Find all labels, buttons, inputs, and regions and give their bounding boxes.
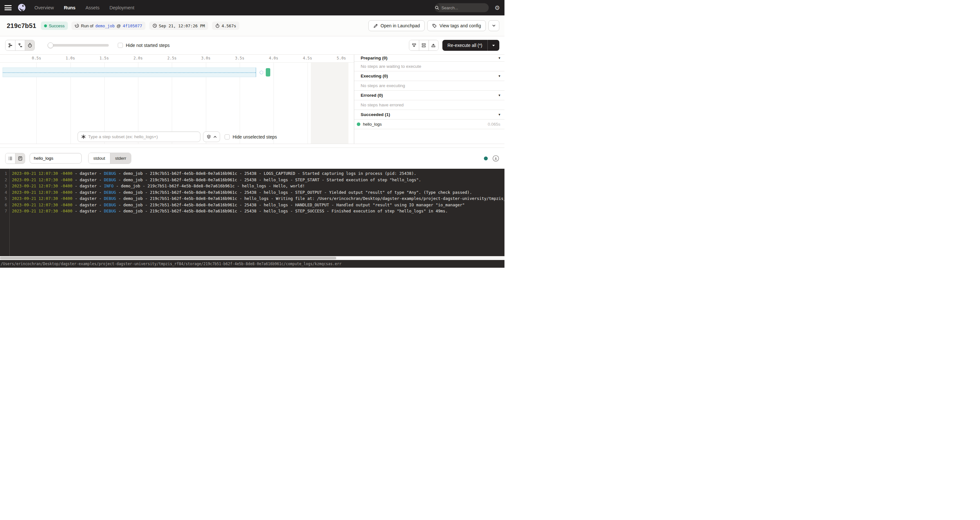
axis-tick-label: 2.0s [134,56,143,60]
gantt-flat-view-button[interactable] [5,40,15,51]
log-level: INFO [104,184,114,188]
stopwatch-icon [27,43,32,48]
top-nav: OverviewRunsAssetsDeployment / ⚙ [0,0,504,16]
log-separator: - dagster - [72,184,104,188]
log-separator: - dagster - [72,203,104,207]
expand-bottom-panel-button[interactable] [428,40,438,51]
tab-stdout[interactable]: stdout [89,153,110,163]
caret-down-icon[interactable]: ▾ [498,74,500,78]
log-message: - demo_job - 219c7b51-b62f-4e5b-8de8-0e7… [116,178,421,182]
gantt-end-strip [311,63,348,144]
panel-section-header[interactable]: Preparing (0)▾ [354,55,504,62]
hide-unselected-checkbox-row[interactable]: Hide unselected steps [224,134,277,140]
split-panels-button[interactable] [419,40,428,51]
axis-tick-label: 5.0s [337,56,346,60]
log-line-text: 2023-09-21 12:07:30 -0400 - dagster - DE… [7,195,504,202]
duration-tag: 4.567s [212,22,239,30]
view-tags-config-button[interactable]: View tags and config [427,20,486,31]
caret-down-icon[interactable]: ▾ [498,93,500,97]
panel-section-header[interactable]: Errored (0)▾ [354,90,504,100]
slider-track[interactable] [48,44,109,47]
raw-log-view-button[interactable] [15,153,25,163]
more-actions-button[interactable] [488,20,500,31]
log-step-filter-input[interactable] [30,153,82,163]
timestamp-value: Sep 21, 12:07:26 PM [159,24,205,28]
log-console: 12023-09-21 12:07:30 -0400 - dagster - D… [0,169,504,256]
log-separator: - dagster - [72,178,104,182]
timestamp-tag: Sep 21, 12:07:26 PM [149,22,208,30]
slider-knob[interactable] [48,43,53,48]
step-subset-input[interactable] [86,134,197,139]
structured-log-view-button[interactable] [5,153,15,163]
collapse-bottom-panel-button[interactable] [409,40,419,51]
log-message: - demo_job - 219c7b51-b62f-4e5b-8de8-0e7… [116,203,465,207]
dagster-logo-icon[interactable] [18,3,26,12]
nav-item-overview[interactable]: Overview [34,5,54,10]
reexecute-options-button[interactable] [488,44,500,47]
caret-down-icon[interactable]: ▾ [498,113,500,117]
download-log-button[interactable] [492,155,500,162]
search-input[interactable] [439,5,489,10]
search-box[interactable]: / [435,3,489,12]
nav-item-runs[interactable]: Runs [64,5,75,10]
hamburger-menu-icon[interactable] [5,5,11,10]
hide-not-started-label: Hide not started steps [126,43,170,48]
reexecute-all-button[interactable]: Re-execute all (*) [442,43,487,48]
chevron-up-icon [213,136,217,138]
nav-items: OverviewRunsAssetsDeployment [34,5,135,10]
hide-not-started-checkbox-row[interactable]: Hide not started steps [118,43,170,48]
gantt-step-bar-hello-logs[interactable] [266,68,270,76]
gantt-waiting-band [3,68,256,77]
op-selector-icon [81,134,86,139]
log-timestamp: 2023-09-21 12:07:30 -0400 [12,196,72,201]
log-separator: - dagster - [72,196,104,201]
log-line: 12023-09-21 12:07:30 -0400 - dagster - D… [0,170,504,177]
log-timestamp: 2023-09-21 12:07:30 -0400 [12,171,72,176]
open-in-launchpad-label: Open in Launchpad [380,23,420,28]
log-line-number: 4 [0,189,7,196]
gantt-time-axis: 0.5s1.0s1.5s2.0s2.5s3.0s3.5s4.0s4.5s5.0s [0,55,354,63]
log-line-number: 7 [0,208,7,214]
graph-query-options-button[interactable] [203,132,220,142]
hide-unselected-checkbox[interactable] [224,134,230,140]
log-line-number: 3 [0,183,7,189]
panel-section-header[interactable]: Succeeded (1)▾ [354,110,504,120]
log-level: DEBUG [104,171,116,176]
panel-splitter-handle[interactable] [0,144,504,148]
log-line-number: 6 [0,202,7,208]
caret-down-icon[interactable]: ▾ [498,56,500,60]
panel-section-title: Executing (0) [361,74,388,78]
axis-tick-label: 1.0s [66,56,75,60]
gantt-timed-view-button[interactable] [25,40,34,51]
step-success-dot-icon [357,122,360,126]
log-lines: 12023-09-21 12:07:30 -0400 - dagster - D… [0,170,504,214]
axis-tick-label: 4.0s [269,56,278,60]
job-name-link[interactable]: demo_job [95,24,115,28]
log-line-text: 2023-09-21 12:07:30 -0400 - dagster - DE… [7,170,416,177]
log-line-number: 1 [0,170,7,177]
panel-section-title: Preparing (0) [361,55,387,60]
tab-stderr[interactable]: stderr [110,153,131,163]
panel-section-header[interactable]: Executing (0)▾ [354,71,504,81]
flat-view-icon [8,43,13,48]
nav-item-deployment[interactable]: Deployment [110,5,134,10]
panel-step-row[interactable]: hello_logs0.065s [354,120,504,129]
tag-icon [432,24,437,28]
log-line-text: 2023-09-21 12:07:30 -0400 - dagster - DE… [7,177,421,183]
settings-gear-icon[interactable]: ⚙ [495,5,500,11]
list-view-icon [8,156,13,161]
run-gantt-section: 0.5s1.0s1.5s2.0s2.5s3.0s3.5s4.0s4.5s5.0s… [0,55,504,144]
at-symbol: @ [116,24,121,28]
log-line: 42023-09-21 12:07:30 -0400 - dagster - D… [0,189,504,196]
nav-item-assets[interactable]: Assets [86,5,100,10]
gantt-zoom-slider [48,43,109,48]
hide-not-started-checkbox[interactable] [118,43,123,48]
open-in-launchpad-button[interactable]: Open in Launchpad [368,20,425,31]
panel-expand-up-icon [431,43,436,48]
commit-link[interactable]: 4f105077 [123,24,142,28]
horizontal-scrollbar [0,256,504,260]
axis-tick-label: 1.5s [99,56,109,60]
horizontal-scrollbar-thumb[interactable] [0,257,336,259]
panel-layout-group [409,40,439,51]
gantt-waterfall-view-button[interactable] [15,40,25,51]
